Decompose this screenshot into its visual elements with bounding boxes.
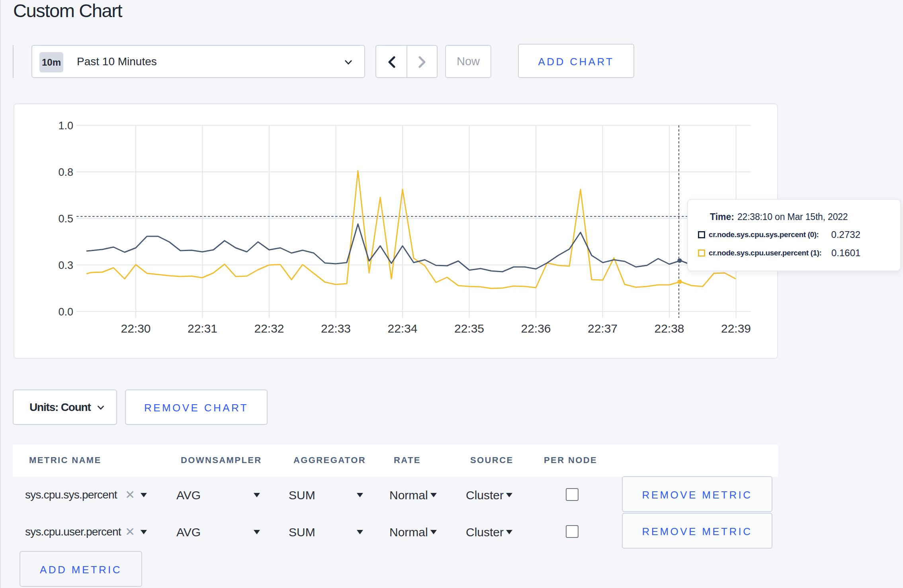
svg-text:22:39: 22:39 <box>721 322 751 335</box>
svg-text:1.0: 1.0 <box>58 120 73 132</box>
svg-text:0.0: 0.0 <box>58 306 73 318</box>
svg-text:22:30: 22:30 <box>121 322 150 335</box>
svg-text:22:34: 22:34 <box>387 322 417 335</box>
svg-text:0.5: 0.5 <box>58 213 73 225</box>
svg-text:0.3: 0.3 <box>58 259 73 271</box>
svg-text:22:37: 22:37 <box>588 322 618 335</box>
svg-text:22:31: 22:31 <box>188 322 217 335</box>
svg-text:22:35: 22:35 <box>454 322 484 335</box>
svg-text:22:32: 22:32 <box>254 322 284 335</box>
svg-text:22:38: 22:38 <box>654 322 684 335</box>
svg-text:22:36: 22:36 <box>521 322 551 335</box>
svg-text:22:33: 22:33 <box>321 322 351 335</box>
svg-text:0.8: 0.8 <box>58 166 73 178</box>
